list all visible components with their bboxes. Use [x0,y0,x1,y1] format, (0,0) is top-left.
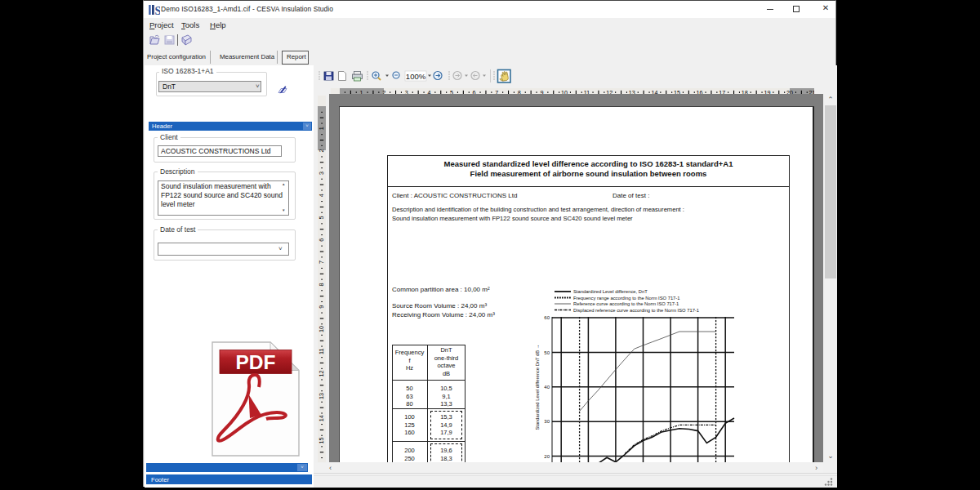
svg-text:20: 20 [544,454,550,459]
svg-text:50: 50 [544,350,550,355]
svg-text:2: 2 [318,149,325,153]
svg-text:10: 10 [318,326,325,332]
svg-text:9: 9 [318,305,325,309]
svg-text:PDF: PDF [236,351,276,373]
svg-text:Displaced reference curve acc: Displaced reference curve according to t… [573,308,699,313]
svg-text:Standardized Level difference,: Standardized Level difference, DnT [573,289,648,294]
svg-text:Standardized Level difference: Standardized Level difference DnT dB → [535,344,540,430]
svg-text:8: 8 [318,283,325,286]
svg-text:Reference curve according to: Reference curve according to the Norm IS… [573,301,679,306]
svg-text:Frequency range according to t: Frequency range according to the Norm IS… [573,296,680,301]
svg-text:100%: 100% [406,72,426,81]
svg-text:13: 13 [318,393,325,399]
svg-text:40: 40 [544,385,550,390]
svg-text:S: S [154,5,160,16]
svg-text:6: 6 [318,238,325,242]
svg-text:60: 60 [544,315,550,320]
svg-text:4: 4 [318,194,325,197]
svg-text:1: 1 [318,127,325,130]
svg-text:7: 7 [318,261,325,264]
svg-text:3: 3 [318,172,325,175]
svg-text:11: 11 [318,349,325,354]
svg-text:5: 5 [318,216,325,220]
svg-text:15: 15 [318,438,325,444]
svg-text:12: 12 [318,371,325,377]
svg-text:14: 14 [318,415,325,421]
svg-text:30: 30 [544,419,550,424]
